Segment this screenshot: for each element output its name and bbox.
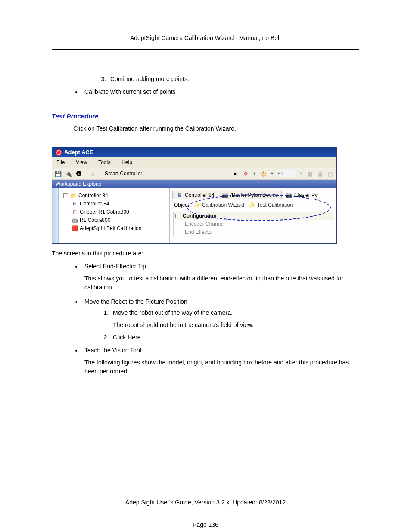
dropdown-icon[interactable]: ▼ bbox=[269, 171, 275, 176]
app-title: Adept ACE bbox=[64, 149, 93, 156]
tree-item-gripper[interactable]: ⊓ Gripper R1 Cobra800 bbox=[63, 208, 168, 216]
menu-help[interactable]: Help bbox=[121, 159, 132, 165]
belt-icon: 🟥 bbox=[71, 224, 78, 233]
tabstrip: 🖥 Controller 84 📷 /Basler Pylon Device 📷… bbox=[170, 188, 336, 199]
tab-basler-active[interactable]: 📷 /Basler Py bbox=[281, 191, 321, 199]
folder-icon: 📁 bbox=[70, 192, 77, 200]
pointer-icon[interactable]: ➤ bbox=[231, 169, 240, 178]
tree-pane: − 📁 Controller 84 🖥 Controller 84 ⊓ Grip… bbox=[52, 188, 170, 243]
camera-icon: 📷 bbox=[222, 192, 229, 198]
bullet-move-robot: Move the Robot to the Picture Position M… bbox=[82, 298, 359, 341]
page-footer: AdeptSight User's Guide, Version 3.2.x, … bbox=[52, 488, 359, 506]
dropdown-icon[interactable]: ▼ bbox=[252, 171, 257, 176]
disabled-tool-icon: ▢ bbox=[326, 169, 335, 178]
ol-text: Move the robot out of the way of the cam… bbox=[113, 309, 233, 316]
menubar: File View Tools Help bbox=[52, 157, 336, 168]
tab-label: /Basler Py bbox=[294, 192, 318, 198]
app-window: ◯ Adept ACE File View Tools Help 💾 🔌 🅔 ⌂… bbox=[52, 147, 337, 244]
camera-icon: 📷 bbox=[285, 192, 292, 198]
gripper-icon: ⊓ bbox=[71, 208, 78, 216]
wand-icon: ✨ bbox=[249, 202, 255, 208]
config-panel: − Configuration Encoder Channel End Effe… bbox=[173, 212, 333, 236]
toolbar-sep bbox=[86, 170, 86, 177]
object-label: Object bbox=[174, 202, 189, 208]
object-toolbar: Object ✨ Calibration Wizard ✨ Test Calib… bbox=[170, 199, 336, 211]
config-header[interactable]: − Configuration bbox=[174, 212, 333, 220]
controller-icon: 🖥 bbox=[176, 192, 183, 198]
bullet-title: Teach the Vision Tool bbox=[84, 347, 141, 354]
sidebar-strip bbox=[52, 188, 59, 243]
tree-root-controller[interactable]: − 📁 Controller 84 bbox=[63, 192, 168, 200]
tree-label: Controller 84 bbox=[78, 192, 108, 200]
ol-move-robot-2: Click Here. bbox=[110, 334, 359, 341]
ol-continue-item: Continue adding more points. bbox=[108, 75, 359, 82]
test-calibration-button[interactable]: ✨ Test Calibration bbox=[249, 202, 293, 208]
smart-controller-label: Smart Controller bbox=[103, 171, 144, 177]
content-pane: 🖥 Controller 84 📷 /Basler Pylon Device 📷… bbox=[170, 188, 336, 243]
workspace-explorer-header: Workspace Explorer bbox=[52, 180, 336, 188]
toolbar-sep bbox=[100, 170, 100, 177]
dropdown-icon: ▼ bbox=[298, 171, 304, 176]
menu-file[interactable]: File bbox=[56, 159, 65, 165]
bullet-calibrate-current: Calibrate with current set of points bbox=[82, 88, 359, 95]
bullet-title: Select End-Effector Tip bbox=[84, 263, 146, 270]
calibration-wizard-button[interactable]: ✨ Calibration Wizard bbox=[193, 202, 244, 208]
collapse-icon[interactable]: − bbox=[175, 214, 180, 218]
tree-label: AdeptSight Belt Calibration bbox=[80, 224, 141, 233]
config-item-encoder[interactable]: Encoder Channel bbox=[174, 220, 333, 228]
tab-label: /Basler Pylon Device bbox=[230, 192, 278, 198]
heading-test-procedure: Test Procedure bbox=[52, 112, 359, 120]
save-icon[interactable]: 💾 bbox=[54, 169, 62, 178]
titlebar: ◯ Adept ACE bbox=[52, 147, 336, 157]
btn-label: Calibration Wizard bbox=[202, 202, 244, 208]
ol-body: The robot should not be in the camera's … bbox=[113, 320, 359, 330]
jog-icon[interactable]: ✥ bbox=[241, 169, 250, 178]
bullet-teach-vision: Teach the Vision Tool The following figu… bbox=[82, 347, 359, 376]
tab-label: Controller 84 bbox=[185, 192, 215, 198]
test-procedure-intro: Click on Test Calibration after running … bbox=[73, 124, 359, 133]
tree-item-controller[interactable]: 🖥 Controller 84 bbox=[63, 200, 168, 208]
tree-label: R1 Cobra800 bbox=[80, 216, 110, 224]
config-item-endeffector[interactable]: End Effector bbox=[174, 228, 333, 236]
tree-label: Gripper R1 Cobra800 bbox=[80, 208, 129, 216]
bullet-body: The following figures show the model, or… bbox=[84, 358, 359, 376]
bullet-title: Move the Robot to the Picture Position bbox=[84, 298, 187, 305]
app-icon: ◯ bbox=[56, 149, 62, 156]
disabled-tool-icon: ▦ bbox=[305, 169, 314, 178]
tree-item-robot[interactable]: 🤖 R1 Cobra800 bbox=[63, 216, 168, 224]
ol-move-robot-1: Move the robot out of the way of the cam… bbox=[110, 309, 359, 330]
toolbar: 💾 🔌 🅔 ⌂ Smart Controller ➤ ✥ ▼ ⏻ ▼ ▼ ▦ ▦… bbox=[52, 168, 336, 180]
page-header: AdeptSight Camera Calibration Wizard - M… bbox=[52, 34, 359, 50]
tree-item-belt-calib[interactable]: 🟥 AdeptSight Belt Calibration bbox=[63, 224, 168, 233]
tab-basler-device[interactable]: 📷 /Basler Pylon Device bbox=[218, 191, 282, 199]
collapse-icon[interactable]: − bbox=[63, 193, 68, 198]
config-title-label: Configuration bbox=[183, 213, 217, 219]
connect-icon[interactable]: 🔌 bbox=[64, 169, 73, 178]
tree-label: Controller 84 bbox=[80, 200, 109, 208]
speed-input[interactable] bbox=[277, 170, 296, 177]
power-icon[interactable]: ⏻ bbox=[259, 169, 268, 178]
bullet-select-end-effector: Select End-Effector Tip This allows you … bbox=[82, 263, 359, 292]
home-icon[interactable]: ⌂ bbox=[89, 169, 97, 178]
btn-label: Test Calibration bbox=[257, 202, 293, 208]
menu-tools[interactable]: Tools bbox=[98, 159, 110, 165]
controller-icon: 🖥 bbox=[71, 200, 78, 208]
menu-view[interactable]: View bbox=[76, 159, 87, 165]
wand-icon: ✨ bbox=[193, 202, 200, 208]
page-number: Page 136 bbox=[52, 521, 359, 528]
screenshot-figure: ◯ Adept ACE File View Tools Help 💾 🔌 🅔 ⌂… bbox=[52, 147, 359, 244]
disabled-tool-icon: ▦ bbox=[316, 169, 324, 178]
bullet-body: This allows you to test a calibration wi… bbox=[84, 274, 359, 292]
screens-intro: The screens in this procedure are: bbox=[52, 250, 359, 257]
tab-controller[interactable]: 🖥 Controller 84 bbox=[172, 191, 218, 199]
estop-icon[interactable]: 🅔 bbox=[75, 169, 83, 178]
robot-icon: 🤖 bbox=[71, 216, 78, 224]
